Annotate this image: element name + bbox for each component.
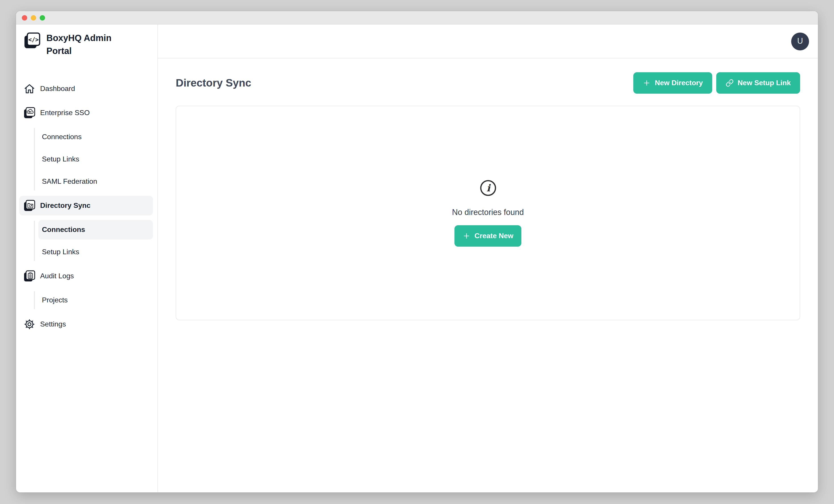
plus-icon [643,79,651,87]
create-new-button[interactable]: Create New [455,225,521,246]
user-avatar[interactable]: U [791,32,809,50]
enterprise-sso-keycap-icon [23,107,36,119]
sidebar-item-label: Dashboard [40,85,75,93]
minimize-window-icon[interactable] [31,15,36,20]
sidebar-item-label: Enterprise SSO [40,109,90,117]
sidebar-item-dashboard[interactable]: Dashboard [19,79,153,98]
main-area: U Directory Sync [158,24,818,492]
avatar-initial: U [797,37,803,46]
link-icon [726,79,734,87]
zoom-window-icon[interactable] [40,15,45,20]
new-directory-button[interactable]: New Directory [634,72,712,94]
empty-state-card: i No directories found Create New [176,106,800,320]
indent-line [34,291,35,309]
plus-icon [462,232,470,240]
top-header: U [158,24,818,59]
sidebar-subitem-saml-federation[interactable]: SAML Federation [38,172,153,191]
sidebar-item-label: Directory Sync [40,202,90,210]
svg-text:i: i [486,182,491,193]
close-window-icon[interactable] [22,15,27,20]
app-body: </> BoxyHQ Admin Portal Dashboard [16,24,818,492]
sidebar-subitem-sso-setup-links[interactable]: Setup Links [38,149,153,169]
sidebar-subitem-dsync-setup-links[interactable]: Setup Links [38,242,153,262]
empty-state-message: No directories found [452,207,524,217]
new-setup-link-button[interactable]: New Setup Link [716,72,800,94]
indent-line [34,128,35,191]
sidebar-item-audit-logs[interactable]: Audit Logs [19,266,153,286]
sidebar-item-label: Audit Logs [40,272,74,280]
home-icon [23,83,36,95]
sidebar-item-enterprise-sso[interactable]: Enterprise SSO [19,103,153,123]
window-titlebar [16,11,818,24]
svg-text:</>: </> [28,36,39,43]
audit-logs-subgroup: Projects [16,290,157,310]
brand-title: BoxyHQ Admin Portal [46,32,118,58]
info-icon: i [480,179,496,196]
indent-line [34,221,35,261]
audit-logs-keycap-icon [23,270,36,282]
page-content: Directory Sync New Directory [158,59,818,320]
boxyhq-keycap-code-icon: </> [23,32,41,49]
brand[interactable]: </> BoxyHQ Admin Portal [23,32,150,58]
screen: </> BoxyHQ Admin Portal Dashboard [0,0,834,504]
sidebar-nav: Dashboard Enterprise SSO [16,79,157,334]
page-actions: New Directory New Setup Link [634,72,800,94]
app-window: </> BoxyHQ Admin Portal Dashboard [16,11,818,492]
page-title: Directory Sync [176,77,251,89]
sidebar-item-label: Settings [40,320,66,328]
enterprise-sso-subgroup: Connections Setup Links SAML Federation [16,127,157,191]
sidebar: </> BoxyHQ Admin Portal Dashboard [16,24,158,492]
sidebar-subitem-dsync-connections[interactable]: Connections [38,220,153,240]
sidebar-item-directory-sync[interactable]: Directory Sync [19,196,153,215]
page-header-row: Directory Sync New Directory [176,72,800,94]
sidebar-item-settings[interactable]: Settings [19,314,153,334]
sidebar-subitem-sso-connections[interactable]: Connections [38,127,153,147]
sidebar-subitem-projects[interactable]: Projects [38,290,153,310]
gear-icon [23,318,36,330]
directory-sync-subgroup: Connections Setup Links [16,220,157,262]
directory-sync-keycap-icon [23,199,36,212]
